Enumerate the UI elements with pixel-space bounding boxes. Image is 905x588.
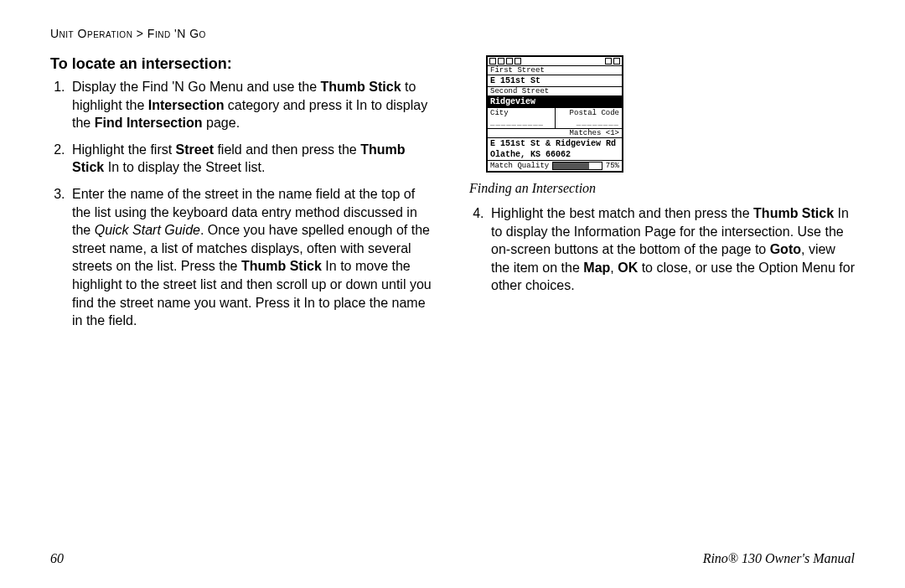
city-postal-values: __________ ________	[488, 118, 622, 129]
step-item: Highlight the best match and then press …	[488, 204, 855, 295]
step-text: Map	[583, 260, 610, 275]
city-postal-labels: City Postal Code	[488, 108, 622, 118]
device-figure: First Street E 151st St Second Street Ri…	[469, 55, 855, 196]
status-icon	[506, 58, 513, 64]
manual-title: Rino® 130 Owner's Manual	[703, 551, 855, 566]
match-result-line1: E 151st St & Ridgeview Rd	[488, 138, 622, 149]
step-text: Thumb Stick	[241, 259, 322, 273]
first-street-label: First Street	[488, 66, 622, 75]
manual-page: Unit Operation > Find 'N Go To locate an…	[0, 0, 905, 588]
city-value: __________	[488, 118, 556, 128]
left-column: To locate an intersection: Display the F…	[50, 55, 436, 338]
step-text: Thumb Stick	[321, 80, 401, 94]
step-item: Display the Find 'N Go Menu and use the …	[69, 78, 436, 132]
section-heading: To locate an intersection:	[50, 55, 436, 73]
steps-list-right: Highlight the best match and then press …	[488, 204, 855, 295]
close-icon	[613, 58, 620, 64]
match-quality-label: Match Quality	[490, 162, 549, 170]
first-street-value: E 151st St	[488, 75, 622, 87]
status-icon	[515, 58, 521, 64]
postal-label: Postal Code	[556, 108, 623, 118]
menu-icon	[605, 58, 612, 64]
matches-count: Matches <1>	[488, 129, 622, 138]
page-number: 60	[50, 551, 64, 566]
step-text: page.	[203, 116, 240, 130]
content-columns: To locate an intersection: Display the F…	[50, 55, 855, 338]
figure-caption: Finding an Intersection	[469, 181, 855, 196]
step-text: Find Intersection	[95, 116, 203, 130]
steps-list-left: Display the Find 'N Go Menu and use the …	[69, 78, 436, 330]
status-icon	[498, 58, 504, 64]
step-item: Enter the name of the street in the name…	[69, 185, 436, 330]
breadcrumb: Unit Operation > Find 'N Go	[50, 27, 855, 40]
status-icon	[489, 58, 496, 64]
step-text: In to display the Street list.	[104, 160, 265, 174]
step-text: Highlight the best match and then press …	[491, 206, 753, 220]
step-text: OK	[618, 260, 638, 275]
match-quality-row: Match Quality 75%	[488, 161, 622, 171]
step-text: Goto	[770, 242, 801, 256]
step-text: Street	[176, 142, 214, 157]
page-footer: 60 Rino® 130 Owner's Manual	[50, 551, 855, 566]
postal-value: ________	[556, 118, 623, 128]
second-street-value: Ridgeview	[488, 96, 622, 108]
second-street-label: Second Street	[488, 87, 622, 96]
step-text: ,	[610, 260, 618, 275]
device-screenshot: First Street E 151st St Second Street Ri…	[486, 55, 623, 173]
match-result-line2: Olathe, KS 66062	[488, 149, 622, 161]
match-quality-pct: 75%	[606, 162, 619, 170]
step-item: Highlight the first Street field and the…	[69, 141, 436, 177]
step-text: Highlight the first	[72, 142, 176, 157]
step-text: Thumb Stick	[753, 206, 834, 220]
step-text: Quick Start Guide	[95, 223, 200, 237]
step-text: Display the Find 'N Go Menu and use the	[72, 80, 321, 94]
step-text: field and then press the	[214, 142, 360, 157]
step-text: Intersection	[148, 98, 225, 112]
device-titlebar	[488, 57, 622, 66]
quality-meter	[552, 162, 602, 170]
city-label: City	[488, 108, 556, 118]
right-column: First Street E 151st St Second Street Ri…	[469, 55, 855, 338]
